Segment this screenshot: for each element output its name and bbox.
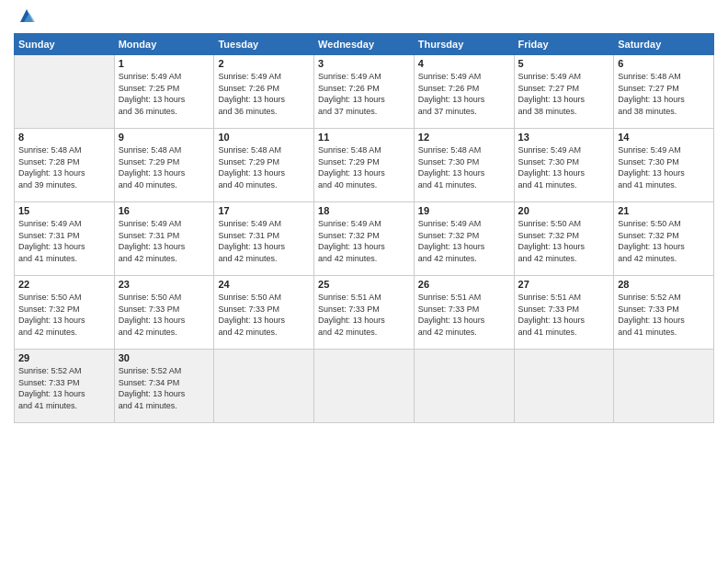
day-number: 25 [318,279,410,290]
day-header-thursday: Thursday [414,34,514,55]
day-number: 6 [618,58,710,69]
day-detail: Sunrise: 5:49 AMSunset: 7:30 PMDaylight:… [618,144,710,190]
day-number: 10 [218,132,310,143]
calendar-cell: 16Sunrise: 5:49 AMSunset: 7:31 PMDayligh… [114,202,214,276]
day-detail: Sunrise: 5:49 AMSunset: 7:25 PMDaylight:… [119,71,210,117]
calendar-cell: 17Sunrise: 5:49 AMSunset: 7:31 PMDayligh… [214,202,314,276]
day-detail: Sunrise: 5:49 AMSunset: 7:31 PMDaylight:… [218,218,310,264]
day-detail: Sunrise: 5:49 AMSunset: 7:32 PMDaylight:… [318,218,410,264]
calendar-cell: 5Sunrise: 5:49 AMSunset: 7:27 PMDaylight… [514,55,614,129]
day-number: 13 [518,132,610,143]
calendar-cell: 3Sunrise: 5:49 AMSunset: 7:26 PMDaylight… [314,55,415,129]
day-number: 20 [518,205,610,216]
header [14,9,714,26]
day-detail: Sunrise: 5:50 AMSunset: 7:32 PMDaylight:… [18,292,110,338]
day-detail: Sunrise: 5:48 AMSunset: 7:29 PMDaylight:… [218,144,310,190]
day-number: 15 [18,205,110,216]
day-detail: Sunrise: 5:51 AMSunset: 7:33 PMDaylight:… [318,292,410,338]
calendar-cell: 4Sunrise: 5:49 AMSunset: 7:26 PMDaylight… [414,55,514,129]
calendar-cell [15,55,115,129]
calendar-cell: 23Sunrise: 5:50 AMSunset: 7:33 PMDayligh… [114,276,214,350]
day-number: 29 [18,352,110,363]
day-number: 3 [318,58,410,69]
calendar-cell: 10Sunrise: 5:48 AMSunset: 7:29 PMDayligh… [214,129,314,202]
day-detail: Sunrise: 5:49 AMSunset: 7:27 PMDaylight:… [518,71,610,117]
day-header-wednesday: Wednesday [314,34,415,55]
calendar-cell: 12Sunrise: 5:48 AMSunset: 7:30 PMDayligh… [414,129,514,202]
day-number: 27 [518,279,610,290]
day-number: 22 [18,279,110,290]
day-detail: Sunrise: 5:49 AMSunset: 7:26 PMDaylight:… [218,71,310,117]
day-detail: Sunrise: 5:50 AMSunset: 7:33 PMDaylight:… [119,292,210,338]
calendar-cell: 26Sunrise: 5:51 AMSunset: 7:33 PMDayligh… [414,276,514,350]
day-number: 8 [18,132,110,143]
calendar-cell: 8Sunrise: 5:48 AMSunset: 7:28 PMDaylight… [15,129,115,202]
calendar-cell: 27Sunrise: 5:51 AMSunset: 7:33 PMDayligh… [514,276,614,350]
calendar-cell: 1Sunrise: 5:49 AMSunset: 7:25 PMDaylight… [114,55,214,129]
calendar-cell: 19Sunrise: 5:49 AMSunset: 7:32 PMDayligh… [414,202,514,276]
day-detail: Sunrise: 5:48 AMSunset: 7:29 PMDaylight:… [119,144,210,190]
day-detail: Sunrise: 5:48 AMSunset: 7:29 PMDaylight:… [318,144,410,190]
day-detail: Sunrise: 5:50 AMSunset: 7:32 PMDaylight:… [518,218,610,264]
day-header-friday: Friday [514,34,614,55]
calendar-cell: 6Sunrise: 5:48 AMSunset: 7:27 PMDaylight… [614,55,714,129]
day-number: 30 [119,352,210,363]
week-row-2: 15Sunrise: 5:49 AMSunset: 7:31 PMDayligh… [15,202,714,276]
calendar-cell: 15Sunrise: 5:49 AMSunset: 7:31 PMDayligh… [15,202,115,276]
calendar-cell [614,350,714,423]
day-number: 23 [119,279,210,290]
day-number: 11 [318,132,410,143]
calendar-cell: 18Sunrise: 5:49 AMSunset: 7:32 PMDayligh… [314,202,415,276]
day-number: 12 [418,132,510,143]
day-detail: Sunrise: 5:49 AMSunset: 7:31 PMDaylight:… [119,218,210,264]
day-number: 28 [618,279,710,290]
week-row-0: 1Sunrise: 5:49 AMSunset: 7:25 PMDaylight… [15,55,714,129]
logo [14,9,37,26]
day-detail: Sunrise: 5:49 AMSunset: 7:32 PMDaylight:… [418,218,510,264]
calendar-cell [514,350,614,423]
day-detail: Sunrise: 5:49 AMSunset: 7:26 PMDaylight:… [318,71,410,117]
calendar-cell: 14Sunrise: 5:49 AMSunset: 7:30 PMDayligh… [614,129,714,202]
calendar-cell: 20Sunrise: 5:50 AMSunset: 7:32 PMDayligh… [514,202,614,276]
day-header-sunday: Sunday [15,34,115,55]
day-number: 18 [318,205,410,216]
logo-icon [17,6,37,26]
day-detail: Sunrise: 5:51 AMSunset: 7:33 PMDaylight:… [418,292,510,338]
days-header-row: SundayMondayTuesdayWednesdayThursdayFrid… [15,34,714,55]
day-number: 24 [218,279,310,290]
day-detail: Sunrise: 5:50 AMSunset: 7:32 PMDaylight:… [618,218,710,264]
week-row-1: 8Sunrise: 5:48 AMSunset: 7:28 PMDaylight… [15,129,714,202]
calendar-cell: 30Sunrise: 5:52 AMSunset: 7:34 PMDayligh… [114,350,214,423]
day-number: 5 [518,58,610,69]
calendar-table: SundayMondayTuesdayWednesdayThursdayFrid… [14,33,714,423]
day-header-saturday: Saturday [614,34,714,55]
calendar-cell: 29Sunrise: 5:52 AMSunset: 7:33 PMDayligh… [15,350,115,423]
day-number: 19 [418,205,510,216]
calendar-cell: 11Sunrise: 5:48 AMSunset: 7:29 PMDayligh… [314,129,415,202]
day-number: 1 [119,58,210,69]
day-detail: Sunrise: 5:49 AMSunset: 7:30 PMDaylight:… [518,144,610,190]
day-detail: Sunrise: 5:48 AMSunset: 7:30 PMDaylight:… [418,144,510,190]
day-number: 14 [618,132,710,143]
day-number: 16 [119,205,210,216]
day-detail: Sunrise: 5:48 AMSunset: 7:27 PMDaylight:… [618,71,710,117]
calendar-cell: 2Sunrise: 5:49 AMSunset: 7:26 PMDaylight… [214,55,314,129]
day-number: 17 [218,205,310,216]
day-header-monday: Monday [114,34,214,55]
day-number: 21 [618,205,710,216]
day-detail: Sunrise: 5:49 AMSunset: 7:26 PMDaylight:… [418,71,510,117]
day-header-tuesday: Tuesday [214,34,314,55]
day-detail: Sunrise: 5:52 AMSunset: 7:33 PMDaylight:… [618,292,710,338]
calendar-cell: 22Sunrise: 5:50 AMSunset: 7:32 PMDayligh… [15,276,115,350]
calendar-cell [414,350,514,423]
calendar-cell: 25Sunrise: 5:51 AMSunset: 7:33 PMDayligh… [314,276,415,350]
day-number: 9 [119,132,210,143]
calendar-cell: 9Sunrise: 5:48 AMSunset: 7:29 PMDaylight… [114,129,214,202]
calendar-cell [214,350,314,423]
day-detail: Sunrise: 5:50 AMSunset: 7:33 PMDaylight:… [218,292,310,338]
calendar-cell [314,350,415,423]
page: SundayMondayTuesdayWednesdayThursdayFrid… [0,0,728,563]
day-detail: Sunrise: 5:51 AMSunset: 7:33 PMDaylight:… [518,292,610,338]
day-number: 4 [418,58,510,69]
calendar-cell: 24Sunrise: 5:50 AMSunset: 7:33 PMDayligh… [214,276,314,350]
